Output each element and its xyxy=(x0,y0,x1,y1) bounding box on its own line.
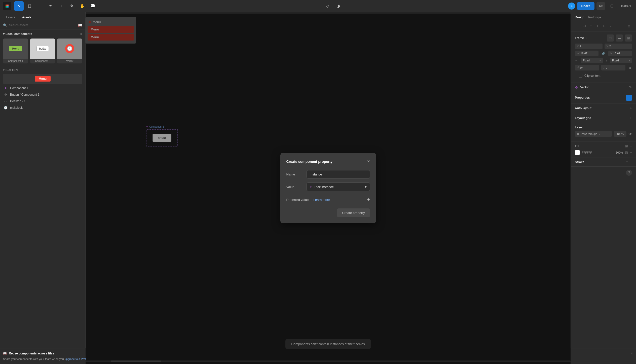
fill-color-swatch[interactable] xyxy=(575,150,580,155)
vector-label: Vector xyxy=(580,86,589,89)
component-tool-button[interactable]: ❖ xyxy=(67,1,77,11)
book-icon[interactable]: 📖 xyxy=(78,23,82,27)
constraint-right-field[interactable]: Fixed ▾ xyxy=(610,58,632,63)
hand-tool-button[interactable]: ✋ xyxy=(78,1,87,11)
zoom-indicator[interactable]: 100% ▾ xyxy=(619,3,633,9)
constraint-left-field[interactable]: Fixed ▾ xyxy=(581,58,603,63)
opacity-field[interactable]: 100% xyxy=(614,131,626,137)
tab-prototype[interactable]: Prototype xyxy=(588,14,601,21)
align-center-h-button[interactable]: ⊣ xyxy=(581,23,587,29)
pass-through-chevron: ▾ xyxy=(599,133,600,135)
layer-circle xyxy=(577,133,579,135)
fill-label: Fill xyxy=(575,144,579,148)
canvas[interactable]: ent 1/Variant6 Menu ent 1/Variant5 Menu … xyxy=(86,12,571,364)
modal-name-field: Name xyxy=(286,170,370,178)
share-button[interactable]: Share xyxy=(577,2,594,10)
tab-assets[interactable]: Assets xyxy=(19,14,34,21)
h-field[interactable]: H 16.67 xyxy=(608,51,632,56)
component1-preview: Menu xyxy=(9,46,22,51)
pass-through-button[interactable]: Pass through ▾ xyxy=(575,131,612,137)
local-components-toggle[interactable]: ▾ Local components xyxy=(3,32,32,36)
constraint-right-chevron: ▾ xyxy=(629,59,630,62)
notif-title-text: Reuse components across files xyxy=(9,352,54,355)
add-property-button[interactable]: + xyxy=(626,95,632,101)
expand-button[interactable]: ⊞ xyxy=(625,34,632,42)
list-item-desktop1[interactable]: ▭ Desktop - 1 xyxy=(0,98,85,104)
radius-field[interactable]: ⌐ 0 xyxy=(601,65,626,70)
stroke-actions: ⊞ + xyxy=(626,160,632,164)
x-field[interactable]: X 2 xyxy=(575,44,603,49)
angle-field[interactable]: ↺ 0° xyxy=(575,65,599,70)
list-item-mdi-clock[interactable]: 🕐 mdi:clock xyxy=(0,104,85,111)
plugins-button[interactable]: ◇ xyxy=(323,1,332,11)
components-grid: Menu Component 1 botão Component 5 🕐 Vec… xyxy=(0,39,85,66)
modal-value-select[interactable]: ◇ Pick instance ▾ xyxy=(307,183,370,191)
search-input[interactable] xyxy=(9,23,76,27)
y-value: 2 xyxy=(609,45,611,48)
add-layout-grid-button[interactable]: + xyxy=(630,116,632,120)
add-preferred-button[interactable]: + xyxy=(367,197,370,202)
comment-tool-button[interactable]: 💬 xyxy=(88,1,98,11)
w-field[interactable]: W 16.67 xyxy=(575,51,598,56)
fill-style-button[interactable]: ⊟ xyxy=(625,151,628,155)
component-card-1[interactable]: Menu Component 1 xyxy=(3,39,28,63)
expand-corners-button[interactable]: ⊞ xyxy=(627,65,632,70)
add-fill-button[interactable]: + xyxy=(630,144,632,148)
component-card-vector[interactable]: 🕐 Vector xyxy=(57,39,82,63)
y-field[interactable]: Y 2 xyxy=(605,44,632,49)
properties-section: Properties + xyxy=(571,92,636,103)
contrast-button[interactable]: ◑ xyxy=(333,1,343,11)
user-avatar[interactable]: L xyxy=(568,3,575,10)
component-card-5[interactable]: botão Component 5 xyxy=(30,39,55,63)
add-stroke-button[interactable]: + xyxy=(630,160,632,164)
align-left-button[interactable]: ⊢ xyxy=(575,23,581,29)
code-button[interactable]: </> xyxy=(596,2,605,10)
list-item-component1[interactable]: ❖ Component 1 xyxy=(0,85,85,91)
pen-tool-button[interactable]: ✒ xyxy=(46,1,55,11)
learn-more-link[interactable]: Learn more xyxy=(313,198,330,202)
constraint-right-value: Fixed xyxy=(612,59,619,62)
tab-design[interactable]: Design xyxy=(575,14,584,21)
h-label: H xyxy=(610,52,612,55)
align-right-button[interactable]: ⊤ xyxy=(588,23,594,29)
modal-close-button[interactable]: × xyxy=(367,159,370,164)
constraint-icon: ↔ xyxy=(575,59,577,62)
chevron-down-icon: ▾ xyxy=(3,32,5,36)
book-notif-icon: 📖 xyxy=(3,352,7,355)
frame-tool-button[interactable] xyxy=(25,1,34,11)
svg-rect-1 xyxy=(7,5,9,6)
remove-fill-button[interactable]: − xyxy=(630,151,632,155)
fill-options-button[interactable]: ⊞ xyxy=(625,144,628,148)
figma-logo[interactable] xyxy=(3,2,11,10)
shape-tool-button[interactable]: □ xyxy=(35,1,45,11)
frame-landscape-button[interactable]: ▬ xyxy=(616,34,623,42)
frame-portrait-button[interactable]: ▭ xyxy=(607,34,614,42)
help-button[interactable]: ? xyxy=(626,170,632,176)
lock-icon[interactable]: 🔗 xyxy=(601,51,606,56)
list-view-icon[interactable]: ≡ xyxy=(80,32,82,36)
create-property-button[interactable]: Create property xyxy=(337,208,370,217)
search-bar: 🔍 📖 xyxy=(0,21,85,29)
clip-content-checkbox[interactable] xyxy=(579,74,582,78)
align-top-button[interactable]: ⊥ xyxy=(594,23,601,29)
layer-section: Layer Pass through ▾ 100% 👁 xyxy=(571,123,636,141)
notif-close-button[interactable]: × xyxy=(631,351,633,355)
left-panel-tabs: Layers Assets xyxy=(0,12,85,21)
align-center-v-button[interactable]: ⊦ xyxy=(601,23,607,29)
distribute-button[interactable]: ⊟ xyxy=(626,23,632,29)
list-item-button-component1[interactable]: ❖ Button / Component 1 xyxy=(0,91,85,98)
align-bottom-button[interactable]: ⊧ xyxy=(608,23,614,29)
button-component-preview[interactable]: Menu xyxy=(3,74,82,84)
vector-edit-button[interactable]: ✎ xyxy=(629,85,632,89)
stroke-options-button[interactable]: ⊞ xyxy=(626,160,628,164)
add-auto-layout-button[interactable]: + xyxy=(630,106,632,111)
present-button[interactable]: ⊞ xyxy=(607,1,617,11)
modal-name-input[interactable] xyxy=(307,170,370,178)
auto-layout-label: Auto layout xyxy=(575,106,591,110)
modal-select-left: ◇ Pick instance xyxy=(310,185,334,189)
right-panel: Design Prototype ⊢ ⊣ ⊤ ⊥ ⊦ ⊧ ⊟ Frame ▾ xyxy=(571,12,636,364)
text-tool-button[interactable]: T xyxy=(56,1,66,11)
tab-layers[interactable]: Layers xyxy=(3,14,18,21)
select-tool-button[interactable]: ↖ xyxy=(14,1,24,11)
visibility-toggle[interactable]: 👁 xyxy=(628,132,632,136)
